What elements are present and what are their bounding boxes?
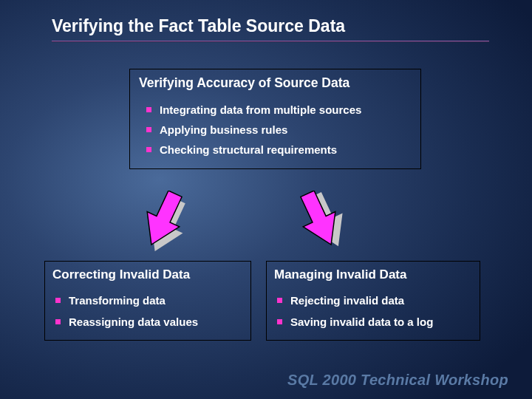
verify-accuracy-box: Verifying Accuracy of Source Data Integr… [129,69,421,169]
list-item: Integrating data from multiple sources [139,100,412,120]
list-item: Saving invalid data to a log [274,311,472,332]
list-item: Reassigning data values [52,311,243,332]
verify-accuracy-list: Integrating data from multiple sources A… [139,100,412,160]
footer-branding: SQL 2000 Technical Workshop [287,372,508,389]
list-item: Checking structural requirements [139,140,412,160]
managing-box: Managing Invalid Data Rejecting invalid … [266,261,480,341]
managing-heading: Managing Invalid Data [274,267,472,282]
list-item: Transforming data [52,290,243,311]
arrow-down-left-icon [132,191,191,257]
correcting-heading: Correcting Invalid Data [52,267,243,282]
list-item: Applying business rules [139,120,412,140]
title-divider [52,41,489,42]
managing-list: Rejecting invalid data Saving invalid da… [274,290,472,332]
slide-title: Verifying the Fact Table Source Data [0,16,532,41]
arrow-down-right-icon [292,191,351,257]
verify-accuracy-heading: Verifying Accuracy of Source Data [139,75,412,91]
list-item: Rejecting invalid data [274,290,472,311]
correcting-list: Transforming data Reassigning data value… [52,290,243,332]
correcting-box: Correcting Invalid Data Transforming dat… [44,261,251,341]
slide: Verifying the Fact Table Source Data Ver… [0,0,532,399]
